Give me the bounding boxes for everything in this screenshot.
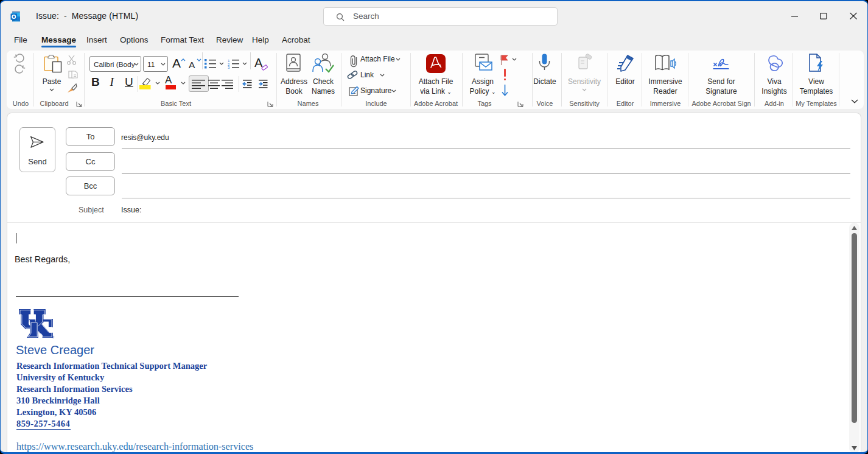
svg-text:3: 3 — [228, 66, 230, 69]
